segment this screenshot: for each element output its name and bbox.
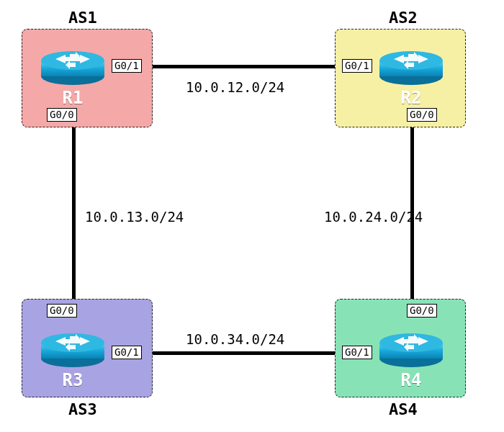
net-13-label: 10.0.13.0/24 (85, 209, 184, 225)
iface-r3-g01: G0/1 (112, 346, 142, 359)
net-12-label: 10.0.12.0/24 (186, 79, 284, 95)
iface-r2-g00: G0/0 (407, 108, 437, 122)
iface-r2-g01: G0/1 (342, 59, 372, 73)
topology-canvas: AS1 AS2 AS3 AS4 R1 (0, 0, 504, 432)
as4-label: AS4 (389, 400, 418, 418)
net-34-label: 10.0.34.0/24 (186, 331, 284, 347)
iface-r1-g00: G0/0 (47, 108, 77, 122)
router-r3-label: R3 (40, 370, 106, 390)
iface-r3-g00: G0/0 (47, 304, 77, 318)
iface-r1-g01: G0/1 (112, 59, 142, 73)
as1-label: AS1 (68, 9, 97, 27)
router-r4-label: R4 (378, 370, 444, 390)
router-r1 (40, 49, 106, 86)
router-icon (378, 331, 444, 369)
router-r3 (40, 331, 106, 369)
router-r4 (378, 331, 444, 369)
net-24-label: 10.0.24.0/24 (324, 209, 423, 225)
router-r2 (378, 49, 444, 86)
router-icon (40, 331, 106, 369)
as3-label: AS3 (68, 400, 97, 418)
iface-r4-g01: G0/1 (342, 346, 372, 359)
router-icon (378, 49, 444, 86)
router-icon (40, 49, 106, 86)
iface-r4-g00: G0/0 (407, 304, 437, 318)
as2-label: AS2 (389, 9, 418, 27)
router-r2-label: R2 (378, 88, 444, 108)
router-r1-label: R1 (40, 88, 106, 108)
